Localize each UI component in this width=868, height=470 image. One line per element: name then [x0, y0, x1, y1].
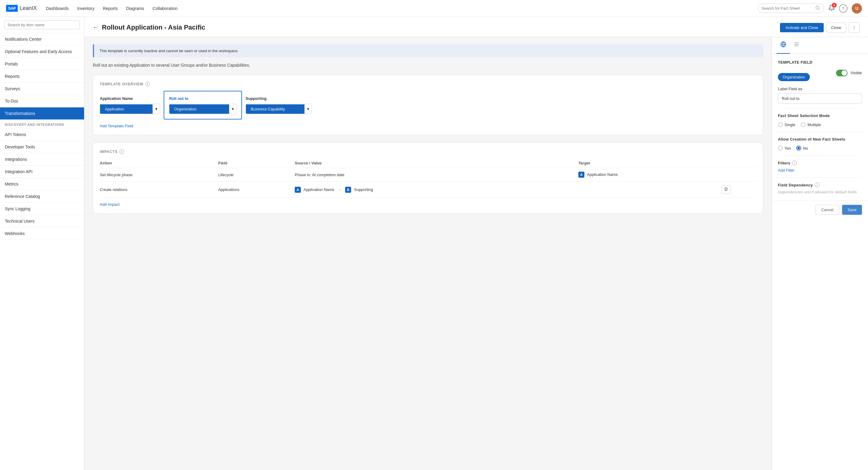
col-target: Target	[578, 158, 721, 168]
help-icon[interactable]: ?	[839, 4, 847, 13]
radio-yes[interactable]: Yes	[778, 146, 791, 150]
radio-multiple[interactable]: Multiple	[801, 122, 821, 127]
visible-label: Visible	[850, 70, 862, 75]
divider-3	[778, 155, 862, 156]
sidebar-item-sync-logging[interactable]: Sync Logging	[0, 203, 84, 215]
app-name-arrow[interactable]: ▾	[153, 104, 160, 114]
supporting-arrow[interactable]: ▾	[304, 104, 312, 114]
page-title: Rollout Application - Asia Pacific	[102, 24, 780, 31]
add-template-field-link[interactable]: Add Template Field	[100, 124, 133, 128]
supporting-label: Supporting	[246, 96, 312, 101]
label-field-input[interactable]	[778, 93, 862, 104]
impacts-info-icon[interactable]: i	[119, 149, 124, 154]
divider-2	[778, 132, 862, 132]
add-impact-link[interactable]: Add Impact	[100, 202, 120, 207]
sidebar-search-input[interactable]	[4, 21, 80, 29]
delete-impact-button[interactable]	[721, 185, 731, 194]
description-text: Roll out an existing Application to seve…	[93, 63, 763, 67]
sidebar-item-notifications-center[interactable]: Notifications Center	[0, 33, 84, 46]
sidebar-item-technical-users[interactable]: Technical Users	[0, 215, 84, 228]
impacts-title: IMPACTS i	[100, 149, 756, 154]
user-avatar[interactable]: U	[852, 3, 862, 13]
nav-inventory[interactable]: Inventory	[77, 5, 95, 12]
sidebar-item-todos[interactable]: To-Dos	[0, 95, 84, 108]
impact-delete-2[interactable]	[721, 182, 756, 198]
nav-reports[interactable]: Reports	[103, 5, 118, 12]
radio-no[interactable]: No	[796, 146, 808, 150]
nav-diagrams[interactable]: Diagrams	[126, 5, 144, 12]
visible-toggle[interactable]	[836, 70, 847, 76]
template-overview-card: TEMPLATE OVERVIEW i Application Name App…	[93, 75, 763, 135]
sidebar-item-api-tokens[interactable]: API Tokens	[0, 128, 84, 141]
filters-info-icon[interactable]: i	[792, 160, 797, 165]
panel-tab-fields[interactable]	[777, 37, 790, 54]
dependency-note: Dependencies aren't allowed for default …	[778, 190, 862, 194]
impacts-card: IMPACTS i Action Field Source / Value Ta…	[93, 142, 763, 213]
sidebar-search-container	[0, 17, 84, 33]
app-name-value: Application	[100, 105, 153, 114]
template-field-application-name: Application Name Application ▾	[100, 96, 160, 114]
radio-single-circle	[778, 122, 783, 127]
add-filter-link[interactable]: Add Filter	[778, 168, 795, 173]
divider-1	[778, 108, 862, 109]
radio-multiple-label: Multiple	[807, 122, 821, 127]
sidebar: Notifications Center Optional Features a…	[0, 17, 84, 470]
visible-row: Visible	[836, 70, 862, 76]
search-input[interactable]	[762, 6, 814, 10]
arrow-icon-2: →	[338, 187, 341, 192]
save-button[interactable]: Save	[842, 205, 862, 215]
impacts-table: Action Field Source / Value Target Set l…	[100, 158, 756, 198]
sidebar-item-optional-features[interactable]: Optional Features and Early Access	[0, 46, 84, 58]
sidebar-item-portals[interactable]: Portals	[0, 58, 84, 70]
impact-field-1: Lifecycle	[218, 168, 295, 182]
divider-4	[778, 177, 862, 178]
fact-sheet-radio-group: Single Multiple	[778, 122, 862, 127]
nav-collaboration[interactable]: Collaboration	[153, 5, 178, 12]
template-fields-row: Application Name Application ▾ Roll out …	[100, 91, 756, 119]
sidebar-item-surveys[interactable]: Surveys	[0, 83, 84, 95]
app-name-select[interactable]: Application ▾	[100, 104, 160, 114]
activate-close-button[interactable]: Activate and Close	[780, 23, 824, 32]
info-banner: This template is currently inactive and …	[93, 45, 763, 57]
radio-single[interactable]: Single	[778, 122, 795, 127]
supporting-select[interactable]: Business Capability ▾	[246, 104, 312, 114]
roll-out-select[interactable]: Organization ▾	[169, 104, 237, 114]
top-nav: SAP LeanIX Dashboards Inventory Reports …	[0, 0, 868, 17]
sidebar-item-integration-api[interactable]: Integration API	[0, 166, 84, 178]
layout: Notifications Center Optional Features a…	[0, 0, 868, 470]
more-options-button[interactable]: ⋮	[849, 22, 860, 33]
sidebar-item-reports[interactable]: Reports	[0, 70, 84, 83]
header-actions: Activate and Close Close ⋮	[780, 22, 860, 33]
radio-no-circle	[796, 146, 801, 150]
sidebar-item-webhooks[interactable]: Webhooks	[0, 228, 84, 240]
sidebar-item-developer-tools[interactable]: Developer Tools	[0, 141, 84, 153]
page-header: ← Rollout Application - Asia Pacific Act…	[84, 17, 868, 37]
notification-bell[interactable]: 5	[828, 4, 835, 12]
roll-out-arrow[interactable]: ▾	[229, 104, 236, 114]
template-overview-info-icon[interactable]: i	[145, 82, 150, 87]
radio-no-dot	[798, 147, 800, 149]
sidebar-item-integrations[interactable]: Integrations	[0, 153, 84, 166]
close-button[interactable]: Close	[826, 23, 846, 33]
sidebar-item-transformations[interactable]: Transformations	[0, 108, 84, 120]
search-bar[interactable]	[758, 4, 824, 13]
panel-tabs	[772, 37, 868, 54]
back-button[interactable]: ←	[93, 24, 98, 31]
impact-tag-source-2: A	[295, 187, 301, 193]
logo-leanix: LeanIX	[20, 5, 37, 11]
impact-target-2	[578, 182, 721, 198]
panel-tab-settings[interactable]	[790, 37, 803, 54]
logo[interactable]: SAP LeanIX	[6, 5, 37, 12]
radio-single-label: Single	[784, 122, 795, 127]
template-field-supporting: Supporting Business Capability ▾	[246, 96, 312, 114]
cancel-button[interactable]: Cancel	[815, 205, 839, 215]
sidebar-item-reference-catalog[interactable]: Reference Catalog	[0, 190, 84, 203]
allow-creation-title: Allow Creation of New Fact Sheets	[778, 137, 862, 142]
impact-source-label-2: Application Name	[304, 187, 334, 192]
sidebar-item-metrics[interactable]: Metrics	[0, 178, 84, 190]
field-dependency-info-icon[interactable]: i	[815, 182, 819, 187]
impact-source-1: Phase in: At completion date	[295, 168, 578, 182]
label-field-title: Label Field as	[778, 87, 862, 91]
nav-dashboards[interactable]: Dashboards	[46, 5, 69, 12]
impact-tag-a-1: A	[578, 172, 584, 178]
